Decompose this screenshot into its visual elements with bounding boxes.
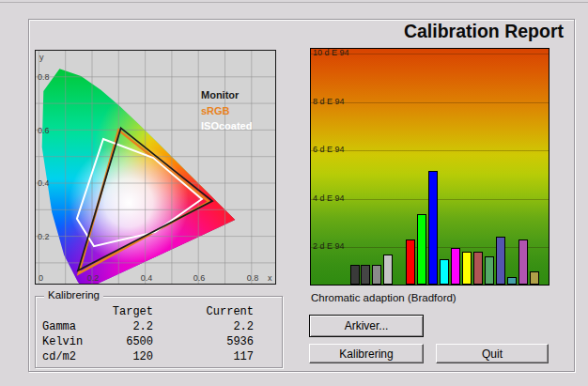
quit-button[interactable]: Quit bbox=[436, 344, 549, 363]
de-grid-label: 4 d E 94 bbox=[313, 193, 345, 204]
cie-y-tick: 0.2 bbox=[38, 232, 50, 242]
table-row-luminance: cd/m2 120 117 bbox=[42, 349, 254, 364]
calibrate-button[interactable]: Kalibrering bbox=[309, 344, 424, 363]
cie-y-tick: 0.4 bbox=[38, 178, 50, 189]
de-bar-khaki bbox=[530, 271, 539, 285]
de-bar-cyan bbox=[440, 259, 449, 285]
calibration-groupbox: Kalibrering Target Current Gamma 2.2 2.2… bbox=[35, 296, 283, 368]
delta-e-plot-area: 10 d E 948 d E 946 d E 944 d E 942 d E 9… bbox=[311, 49, 549, 285]
column-header-current: Current bbox=[153, 305, 254, 318]
calibration-group-title: Kalibrering bbox=[44, 289, 103, 301]
column-header-target: Target bbox=[110, 305, 153, 318]
de-grid-label: 10 d E 94 bbox=[313, 48, 349, 58]
de-bar-blue bbox=[428, 171, 438, 285]
legend-item-isocoated: ISOcoated bbox=[201, 118, 252, 134]
target-value: 6500 bbox=[110, 335, 153, 348]
de-bar-yellow bbox=[462, 252, 472, 285]
de-grid-label: 6 d E 94 bbox=[313, 145, 345, 155]
cie-horseshoe-plot bbox=[36, 51, 275, 284]
archive-button[interactable]: Arkiver... bbox=[309, 315, 424, 337]
row-label: cd/m2 bbox=[42, 350, 110, 363]
row-label: Kelvin bbox=[42, 335, 110, 348]
row-label: Gamma bbox=[42, 320, 110, 333]
page-title: Calibration Report bbox=[404, 21, 564, 42]
de-gridline bbox=[311, 150, 549, 151]
delta-e-bar-chart: 10 d E 948 d E 946 d E 944 d E 942 d E 9… bbox=[310, 48, 549, 286]
de-bar-sea-green bbox=[485, 256, 494, 285]
target-value: 120 bbox=[110, 350, 153, 363]
de-bar-magenta bbox=[451, 248, 460, 285]
cie-x-tick: 0.4 bbox=[136, 273, 157, 284]
table-row-gamma: Gamma 2.2 2.2 bbox=[42, 319, 254, 334]
de-bar-dark-gray-1 bbox=[350, 265, 360, 285]
de-bar-brick-red bbox=[473, 252, 483, 285]
gamut-legend: Monitor sRGB ISOcoated bbox=[201, 87, 252, 134]
cie-x-tick: 0.8 bbox=[242, 273, 263, 284]
cie-y-axis-label: y bbox=[39, 53, 44, 63]
de-bar-mid-gray bbox=[372, 265, 381, 285]
current-value: 2.2 bbox=[153, 320, 254, 333]
de-grid-label: 2 d E 94 bbox=[313, 241, 345, 252]
cie-y-tick: 0.8 bbox=[38, 72, 50, 83]
cie-x-axis-label: x bbox=[268, 273, 272, 284]
legend-item-monitor: Monitor bbox=[201, 87, 252, 103]
bar-chart-caption: Chromatic adaption (Bradford) bbox=[311, 292, 456, 303]
table-header-row: Target Current bbox=[42, 304, 254, 319]
spectral-locus-fill bbox=[36, 51, 275, 284]
de-bar-green bbox=[417, 214, 426, 285]
window-frame-line bbox=[0, 2, 588, 3]
legend-item-srgb: sRGB bbox=[201, 103, 252, 119]
de-bar-orchid bbox=[518, 239, 528, 285]
current-value: 5936 bbox=[153, 335, 254, 348]
cie-origin-label: 0 bbox=[39, 273, 43, 284]
cie-y-tick: 0.6 bbox=[38, 126, 50, 136]
de-bar-light-gray bbox=[383, 255, 393, 285]
de-grid-label: 8 d E 94 bbox=[313, 97, 345, 107]
de-gridline bbox=[311, 102, 549, 103]
calibration-table: Target Current Gamma 2.2 2.2 Kelvin 6500… bbox=[42, 304, 254, 364]
de-bar-red bbox=[406, 239, 415, 285]
cie-x-tick: 0.2 bbox=[83, 273, 103, 284]
table-row-kelvin: Kelvin 6500 5936 bbox=[42, 334, 254, 349]
cie-x-tick: 0.6 bbox=[189, 273, 209, 284]
current-value: 117 bbox=[153, 350, 254, 363]
de-bar-slate-blue bbox=[496, 237, 505, 285]
cie-chromaticity-diagram: y 0.8 0.6 0.4 0.2 0 0.2 0.4 0.6 0.8 x bbox=[35, 50, 276, 285]
target-value: 2.2 bbox=[110, 320, 153, 333]
de-bar-dark-gray-2 bbox=[361, 265, 370, 285]
de-bar-teal bbox=[507, 277, 517, 285]
